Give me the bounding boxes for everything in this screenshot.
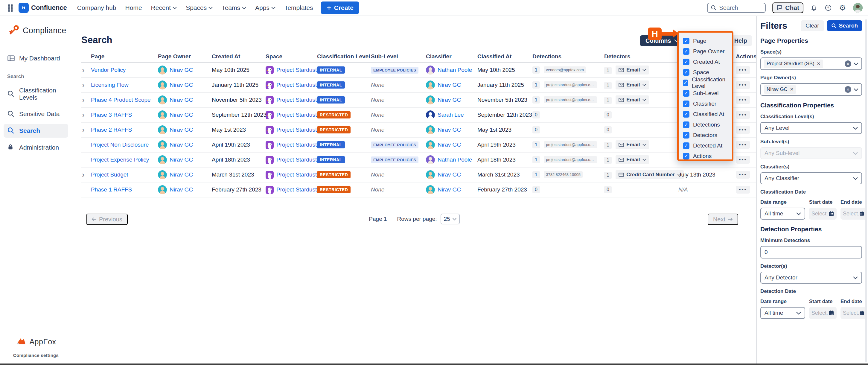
nav-item-templates[interactable]: Templates <box>284 4 313 11</box>
row-actions-button[interactable]: ••• <box>736 126 750 134</box>
page-link[interactable]: Licensing Flow <box>91 82 129 88</box>
space-link[interactable]: Project Stardust <box>276 97 317 103</box>
nav-item-teams[interactable]: Teams <box>222 4 246 11</box>
expand-row-icon[interactable]: › <box>81 126 91 134</box>
owner-link[interactable]: Nirav GC <box>169 97 193 103</box>
columns-menu-item[interactable]: ✓ Detected At <box>683 140 732 151</box>
columns-menu-item[interactable]: ✓ Classified At <box>683 109 732 119</box>
columns-menu-item[interactable]: ✓ Detectors <box>683 130 732 140</box>
expand-row-icon[interactable]: › <box>81 81 91 89</box>
detector-select[interactable]: Any Detector <box>760 272 862 284</box>
page-link[interactable]: Phase 4 Product Scope <box>91 97 151 103</box>
space-link[interactable]: Project Stardust <box>276 142 317 148</box>
detector-chip[interactable]: Email <box>616 155 649 164</box>
col-header-sub-level[interactable]: Sub-Level <box>371 53 426 60</box>
col-header-space[interactable]: Space <box>266 53 317 60</box>
confluence-logo[interactable]: Confluence <box>19 3 67 13</box>
columns-menu-item[interactable]: ✓ Actions <box>683 151 732 161</box>
detector-chip[interactable]: Email <box>616 140 649 149</box>
columns-menu-item[interactable]: ✓ Detections <box>683 119 732 130</box>
col-header-classification-level[interactable]: Classification Level <box>317 53 371 60</box>
columns-menu-item[interactable]: ✓ Page <box>683 36 732 46</box>
sidebar-item-my-dashboard[interactable]: My Dashboard <box>4 52 68 65</box>
row-actions-button[interactable]: ••• <box>736 141 750 149</box>
row-actions-button[interactable]: ••• <box>736 81 750 89</box>
classifier-link[interactable]: Nirav GC <box>438 126 461 133</box>
checkbox-checked-icon[interactable]: ✓ <box>683 80 688 86</box>
apply-search-button[interactable]: Search <box>827 20 862 31</box>
owner-link[interactable]: Nirav GC <box>169 156 193 163</box>
checkbox-checked-icon[interactable]: ✓ <box>683 153 689 159</box>
nav-item-company-hub[interactable]: Company hub <box>77 4 116 11</box>
nav-item-recent[interactable]: Recent <box>151 4 177 11</box>
clear-field-icon[interactable]: ✕ <box>845 86 851 93</box>
nav-item-apps[interactable]: Apps <box>255 4 276 11</box>
page-link[interactable]: Vendor Policy <box>91 67 126 73</box>
checkbox-checked-icon[interactable]: ✓ <box>683 90 689 97</box>
page-link[interactable]: Project Budget <box>91 172 128 178</box>
classifier-link[interactable]: Nirav GC <box>438 186 461 193</box>
detector-chip[interactable]: Email <box>616 95 649 104</box>
page-link[interactable]: Phase 3 RAFFS <box>91 112 132 118</box>
settings-gear-icon[interactable]: ⚙ <box>839 4 846 12</box>
space-link[interactable]: Project Stardust <box>276 67 317 73</box>
checkbox-checked-icon[interactable]: ✓ <box>683 100 689 107</box>
create-button[interactable]: Create <box>321 1 359 14</box>
checkbox-checked-icon[interactable]: ✓ <box>683 69 689 76</box>
col-header-detections[interactable]: Detections <box>532 53 604 60</box>
minimum-detections-input[interactable] <box>760 246 862 258</box>
space-link[interactable]: Project Stardust <box>276 112 317 118</box>
classifier-link[interactable]: Nirav GC <box>438 97 461 103</box>
classifier-select[interactable]: Any Classifier <box>760 172 862 184</box>
classification-level-select[interactable]: Any Level <box>760 122 862 134</box>
row-actions-button[interactable]: ••• <box>736 156 750 164</box>
col-header-detectors[interactable]: Detectors <box>604 53 678 60</box>
app-switcher-icon[interactable] <box>5 3 16 13</box>
user-avatar[interactable] <box>853 3 863 12</box>
columns-menu-item[interactable]: ✓ Classification Level <box>683 78 732 88</box>
expand-row-icon[interactable]: › <box>81 111 91 119</box>
detector-chip[interactable]: Credit Card Number <box>616 170 684 179</box>
space-link[interactable]: Project Stardust <box>276 172 317 178</box>
checkbox-checked-icon[interactable]: ✓ <box>683 132 689 139</box>
global-search-input[interactable] <box>707 3 766 13</box>
chat-button[interactable]: Chat <box>772 2 803 13</box>
detector-chip[interactable]: Email <box>616 81 649 89</box>
remove-chip-icon[interactable]: ✕ <box>790 87 794 92</box>
expand-row-icon[interactable]: › <box>81 96 91 104</box>
help-icon[interactable]: ? <box>824 4 832 12</box>
nav-item-spaces[interactable]: Spaces <box>186 4 213 11</box>
space-link[interactable]: Project Stardust <box>276 186 317 193</box>
row-actions-button[interactable]: ••• <box>736 171 750 179</box>
row-actions-button[interactable]: ••• <box>736 96 750 104</box>
chevron-down-icon[interactable] <box>854 62 859 65</box>
sidebar-item-search[interactable]: Search <box>4 124 68 138</box>
owner-link[interactable]: Nirav GC <box>169 112 193 118</box>
columns-menu-item[interactable]: ✓ Classifier <box>683 98 732 109</box>
page-owners-multiselect[interactable]: Nirav GC ✕ ✕ <box>760 83 862 96</box>
col-header-classified-at[interactable]: Classified At <box>477 53 532 60</box>
space-link[interactable]: Project Stardust <box>276 156 317 163</box>
columns-menu-item[interactable]: ✓ Created At <box>683 57 732 67</box>
detector-chip[interactable]: Email <box>616 65 649 74</box>
expand-row-icon[interactable]: › <box>81 66 91 74</box>
columns-menu-item[interactable]: ✓ Page Owner <box>683 46 732 57</box>
classification-date-range-select[interactable]: All time <box>760 208 805 220</box>
checkbox-checked-icon[interactable]: ✓ <box>683 59 689 65</box>
classifier-link[interactable]: Nirav GC <box>438 82 461 88</box>
owner-link[interactable]: Nirav GC <box>169 186 193 193</box>
columns-menu-item[interactable]: ✓ Sub-Level <box>683 88 732 98</box>
clear-filters-button[interactable]: Clear <box>801 20 824 31</box>
checkbox-checked-icon[interactable]: ✓ <box>683 121 689 128</box>
row-actions-button[interactable]: ••• <box>736 111 750 119</box>
sidebar-item-administration[interactable]: Administration <box>4 141 68 154</box>
classifier-link[interactable]: Sarah Lee <box>438 112 464 118</box>
remove-chip-icon[interactable]: ✕ <box>817 61 821 66</box>
page-link[interactable]: Project Non Disclosure <box>91 142 149 148</box>
row-actions-button[interactable]: ••• <box>736 66 750 74</box>
classifier-link[interactable]: Nathan Poole <box>438 156 472 163</box>
checkbox-checked-icon[interactable]: ✓ <box>683 143 689 149</box>
sidebar-item-sensitive-data[interactable]: Sensitive Data <box>4 107 68 121</box>
owner-link[interactable]: Nirav GC <box>169 82 193 88</box>
checkbox-checked-icon[interactable]: ✓ <box>683 38 689 44</box>
